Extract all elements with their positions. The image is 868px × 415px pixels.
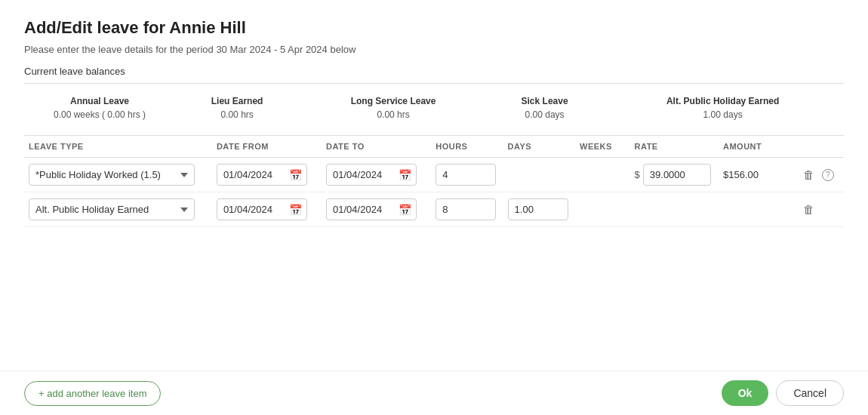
delete-button[interactable]: 🗑 bbox=[802, 167, 816, 183]
col-header-amount: AMOUNT bbox=[719, 136, 797, 158]
col-header-days: DAYS bbox=[503, 136, 575, 158]
date-to-input[interactable] bbox=[326, 164, 417, 186]
days-cell bbox=[503, 158, 575, 192]
table-row: *Public Holiday Worked (1.5)📅📅$$156.00 🗑… bbox=[24, 158, 844, 192]
balance-val-sick-leave: 0.00 days bbox=[488, 108, 602, 121]
add-leave-button[interactable]: + add another leave item bbox=[24, 381, 161, 406]
col-header-date-from: DATE FROM bbox=[212, 136, 322, 158]
balance-val-annual-leave: 0.00 weeks ( 0.00 hrs ) bbox=[24, 108, 175, 121]
balance-val-long-service: 0.00 hrs bbox=[299, 108, 488, 121]
col-header-rate: RATE bbox=[630, 136, 719, 158]
amount-value: $156.00 bbox=[723, 169, 759, 180]
balances-heading: Current leave balances bbox=[24, 66, 844, 77]
rate-input[interactable] bbox=[643, 164, 711, 186]
amount-cell: $156.00 bbox=[719, 158, 797, 192]
rate-dollar-sign: $ bbox=[635, 169, 640, 180]
hours-cell bbox=[431, 158, 503, 192]
table-row: Alt. Public Holiday Earned📅📅 🗑 bbox=[24, 192, 844, 227]
balance-col-sick-leave: Sick Leave bbox=[488, 94, 602, 108]
actions-cell: 🗑 bbox=[797, 192, 844, 227]
balance-val-lieu-earned: 0.00 hrs bbox=[175, 108, 299, 121]
amount-cell bbox=[719, 192, 797, 227]
hours-input[interactable] bbox=[436, 198, 496, 220]
weeks-cell bbox=[575, 158, 630, 192]
weeks-cell bbox=[575, 192, 630, 227]
date-to-input[interactable] bbox=[326, 198, 417, 220]
date-from-cell: 📅 bbox=[212, 158, 322, 192]
footer: + add another leave item Ok Cancel bbox=[0, 370, 868, 415]
divider bbox=[24, 83, 844, 84]
leave-type-select[interactable]: *Public Holiday Worked (1.5) bbox=[29, 164, 195, 186]
days-input[interactable] bbox=[508, 198, 568, 220]
help-icon[interactable]: ? bbox=[822, 169, 834, 181]
balance-col-annual-leave: Annual Leave bbox=[24, 94, 175, 108]
hours-cell bbox=[431, 192, 503, 227]
page-title: Add/Edit leave for Annie Hill bbox=[24, 18, 844, 38]
leave-type-cell: Alt. Public Holiday Earned bbox=[24, 192, 212, 227]
col-header-hours: HOURS bbox=[431, 136, 503, 158]
leave-table: LEAVE TYPE DATE FROM DATE TO HOURS DAYS … bbox=[24, 135, 844, 227]
leave-type-select[interactable]: Alt. Public Holiday Earned bbox=[29, 198, 195, 220]
balance-col-long-service: Long Service Leave bbox=[299, 94, 488, 108]
leave-type-cell: *Public Holiday Worked (1.5) bbox=[24, 158, 212, 192]
date-from-input[interactable] bbox=[217, 164, 307, 186]
rate-cell: $ bbox=[630, 158, 719, 192]
rate-cell bbox=[630, 192, 719, 227]
page-subtitle: Please enter the leave details for the p… bbox=[24, 44, 844, 55]
date-from-input[interactable] bbox=[217, 198, 307, 220]
balance-col-alt-public: Alt. Public Holiday Earned bbox=[602, 94, 844, 108]
delete-button[interactable]: 🗑 bbox=[802, 201, 816, 217]
ok-button[interactable]: Ok bbox=[722, 380, 769, 406]
col-header-date-to: DATE TO bbox=[322, 136, 431, 158]
date-to-cell: 📅 bbox=[322, 158, 431, 192]
col-header-weeks: WEEKS bbox=[575, 136, 630, 158]
actions-cell: 🗑 ? bbox=[797, 158, 844, 192]
date-to-cell: 📅 bbox=[322, 192, 431, 227]
col-header-actions bbox=[797, 136, 844, 158]
balances-table: Annual Leave Lieu Earned Long Service Le… bbox=[24, 94, 844, 121]
days-cell bbox=[503, 192, 575, 227]
hours-input[interactable] bbox=[436, 164, 496, 186]
balance-col-lieu-earned: Lieu Earned bbox=[175, 94, 299, 108]
footer-actions: Ok Cancel bbox=[722, 380, 844, 406]
col-header-leave-type: LEAVE TYPE bbox=[24, 136, 212, 158]
balance-val-alt-public: 1.00 days bbox=[602, 108, 844, 121]
cancel-button[interactable]: Cancel bbox=[776, 380, 844, 406]
date-from-cell: 📅 bbox=[212, 192, 322, 227]
